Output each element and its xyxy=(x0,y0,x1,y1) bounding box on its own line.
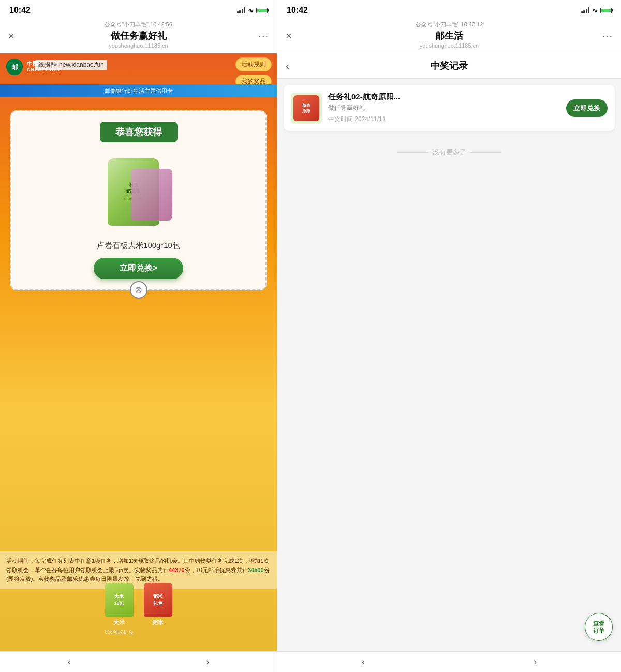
right-page-title: 邮生活 xyxy=(435,30,463,42)
no-more-line-right xyxy=(470,152,501,153)
china-post-logo: 邮 xyxy=(5,57,24,76)
exchange-btn[interactable]: 立即兑换> xyxy=(94,258,183,279)
prize-modal: 恭喜您获得 石板稻花香 100g×10包 卢岩石板大米100g*10包 立即兑换… xyxy=(10,110,267,290)
right-forward-btn[interactable]: › xyxy=(518,652,552,671)
rice-bag-purple xyxy=(131,169,172,221)
prize-item-porridge: 粥米礼包 粥米 xyxy=(144,583,172,636)
prize-name: 卢岩石板大米100g*10包 xyxy=(97,241,180,251)
rice-bag-image: 石板稻花香 100g×10包 xyxy=(102,156,175,228)
left-url: youshenghuo.11185.cn xyxy=(109,42,168,49)
view-order-btn[interactable]: 查看订单 xyxy=(585,613,613,641)
right-main-content: 航奇原阳 任务礼02-航奇原阳... 做任务赢好礼 中奖时间 2024/11/1… xyxy=(277,79,621,651)
record-bag-text: 航奇原阳 xyxy=(302,103,310,114)
xian-bao-link[interactable]: 线报酷-new.xianbao.fun xyxy=(35,60,107,70)
prize-record-card: 航奇原阳 任务礼02-航奇原阳... 做任务赢好礼 中奖时间 2024/11/1… xyxy=(284,85,615,131)
view-order-label: 查看订单 xyxy=(593,620,604,635)
left-back-btn[interactable]: ‹ xyxy=(52,652,86,671)
signal-icon xyxy=(237,7,246,13)
right-url: youshenghuo.11185.cn xyxy=(420,42,479,49)
rice-bag-icon: 大米10包 xyxy=(105,583,134,617)
record-prize-image: 航奇原阳 xyxy=(291,93,322,124)
right-top-bar: 公众号"小刀羊毛" 10:42:12 × 邮生活 youshenghuo.111… xyxy=(277,19,621,53)
right-status-icons: ∿ xyxy=(581,7,612,14)
right-action-buttons: 活动规则 我的奖品 xyxy=(235,57,272,89)
record-title: 中奖记录 xyxy=(431,60,468,72)
prize-image-area: 石板稻花香 100g×10包 xyxy=(97,151,180,233)
right-phone: 10:42 ∿ 公众号"小刀羊毛" 10:42:12 × 邮生活 youshen… xyxy=(277,0,621,672)
no-more-text: 没有更多了 xyxy=(433,148,466,157)
rice-label: 大米10包 xyxy=(114,593,124,606)
right-more-btn[interactable]: ··· xyxy=(602,30,613,42)
record-bag-icon: 航奇原阳 xyxy=(293,95,319,121)
left-main-content: 邮 中国邮 CHINA POST 线报酷-new.xianbao.fun 活动规… xyxy=(0,53,277,651)
bank-banner: 邮储银行邮生活主题信用卡 xyxy=(0,84,277,97)
prize-item-porridge-label: 粥米 xyxy=(152,619,164,626)
wifi-icon: ∿ xyxy=(248,7,254,14)
left-meta: 公众号"小刀羊毛" 10:42:56 xyxy=(105,21,172,28)
right-back-btn[interactable]: ‹ xyxy=(346,652,380,671)
count-red: 44370 xyxy=(169,567,185,573)
count-green: 30500 xyxy=(248,567,264,573)
prize-modal-title: 恭喜您获得 xyxy=(100,122,178,142)
redeem-btn[interactable]: 立即兑换 xyxy=(566,99,608,117)
right-signal-icon xyxy=(581,7,590,13)
left-top-bar: 公众号"小刀羊毛" 10:42:56 × 做任务赢好礼 youshenghuo.… xyxy=(0,19,277,53)
no-more-line-left xyxy=(397,152,428,153)
right-meta: 公众号"小刀羊毛" 10:42:12 xyxy=(416,21,483,28)
porridge-bag-icon: 粥米礼包 xyxy=(144,583,172,617)
activity-rules-btn[interactable]: 活动规则 xyxy=(235,57,272,71)
record-source: 做任务赢好礼 xyxy=(328,104,560,112)
left-more-btn[interactable]: ··· xyxy=(258,30,269,42)
right-battery-icon xyxy=(600,8,612,13)
right-time: 10:42 xyxy=(287,6,308,15)
activity-desc-text2: 份，10元邮乐优惠券共计 xyxy=(185,567,248,573)
prize-grid: 大米10包 大米 0次领取机会 粥米礼包 粥米 xyxy=(0,583,277,636)
prize-record-header: ‹ 中奖记录 xyxy=(277,53,621,79)
left-phone: 10:42 ∿ 公众号"小刀羊毛" 10:42:56 × 做任务赢好礼 yous… xyxy=(0,0,277,672)
left-forward-btn[interactable]: › xyxy=(190,652,225,671)
record-time-label: 中奖时间 xyxy=(328,115,353,123)
left-bottom-nav: ‹ › xyxy=(0,651,277,672)
right-close-btn[interactable]: × xyxy=(286,30,292,42)
right-status-bar: 10:42 ∿ xyxy=(277,0,621,19)
prize-item-rice-label: 大米 xyxy=(113,619,125,626)
left-page-title: 做任务赢好礼 xyxy=(111,30,167,42)
right-wifi-icon: ∿ xyxy=(592,7,598,14)
right-bottom-nav: ‹ › xyxy=(277,651,621,672)
left-status-icons: ∿ xyxy=(237,7,268,14)
porridge-label: 粥米礼包 xyxy=(153,593,162,606)
left-status-bar: 10:42 ∿ xyxy=(0,0,277,19)
left-time: 10:42 xyxy=(9,6,31,15)
record-time-value: 2024/11/11 xyxy=(354,115,386,123)
battery-icon xyxy=(256,8,268,13)
svg-text:邮: 邮 xyxy=(11,63,18,71)
prize-item-rice: 大米10包 大米 0次领取机会 xyxy=(105,583,134,636)
prize-item-rice-count: 0次领取机会 xyxy=(105,629,134,636)
modal-close-btn[interactable]: ⊗ xyxy=(130,281,147,299)
no-more-indicator: 没有更多了 xyxy=(277,137,621,167)
close-circle-icon: ⊗ xyxy=(135,284,142,296)
record-prize-name: 任务礼02-航奇原阳... xyxy=(328,92,560,102)
left-close-btn[interactable]: × xyxy=(8,30,14,42)
record-info: 任务礼02-航奇原阳... 做任务赢好礼 中奖时间 2024/11/11 xyxy=(328,92,560,124)
record-back-btn[interactable]: ‹ xyxy=(286,60,289,72)
record-time: 中奖时间 2024/11/11 xyxy=(328,115,560,124)
